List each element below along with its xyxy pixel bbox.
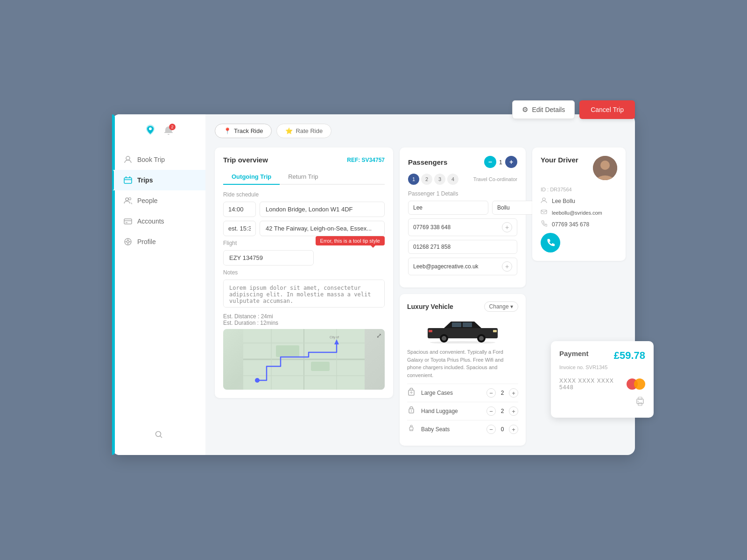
map-expand-icon[interactable]: ⤢	[376, 332, 382, 339]
sidebar-item-trips[interactable]: Trips	[112, 170, 205, 190]
pax-controls: − 1 +	[484, 156, 517, 168]
pax-email-input[interactable]	[413, 263, 502, 270]
flight-input[interactable]	[223, 250, 314, 266]
rate-ride-label: Rate Ride	[296, 127, 323, 134]
location-icon: 📍	[224, 127, 231, 134]
driver-email: leebollu@svrides.com	[552, 210, 602, 216]
pickup-location-input[interactable]	[260, 202, 385, 217]
map-container[interactable]: City of ⤢	[223, 329, 385, 390]
sidebar-item-people[interactable]: People	[112, 190, 205, 211]
driver-email-icon	[541, 209, 548, 217]
book-trip-icon	[123, 155, 133, 164]
svg-rect-28	[311, 362, 330, 371]
rate-ride-tab[interactable]: ⭐ Rate Ride	[276, 124, 331, 138]
mc-orange-circle	[634, 378, 645, 390]
svg-rect-27	[276, 345, 299, 357]
pax-tab-1[interactable]: 1	[408, 174, 419, 185]
large-cases-increment[interactable]: +	[509, 388, 518, 398]
pax-role-label: Travel Co-ordinator	[473, 176, 517, 182]
payment-header: Payment £59.78	[559, 350, 645, 362]
payment-invoice: Invoice no. SVR1345	[559, 364, 645, 370]
svg-point-8	[129, 198, 131, 200]
large-cases-decrement[interactable]: −	[486, 388, 496, 398]
cancel-trip-button[interactable]: Cancel Trip	[579, 100, 635, 119]
pax-email-row: +	[408, 258, 517, 275]
pax-tab-3[interactable]: 3	[434, 174, 445, 185]
vehicle-description: Spacious and convenient. Typically a For…	[407, 348, 518, 379]
pax-tab-2[interactable]: 2	[421, 174, 432, 185]
sidebar-item-profile[interactable]: Profile	[112, 231, 205, 252]
notification-icon[interactable]: 2	[163, 126, 174, 139]
outgoing-trip-tab[interactable]: Outgoing Trip	[223, 169, 280, 185]
payment-title: Payment	[559, 350, 589, 357]
map-placeholder: City of ⤢	[223, 329, 385, 390]
top-actions: ⚙ Edit Details Cancel Trip	[512, 100, 635, 119]
svg-point-7	[126, 198, 128, 201]
trip-card-title: Trip overview	[223, 156, 268, 164]
main-card: 2 Book Trip	[112, 114, 635, 455]
app-logo-icon	[144, 124, 157, 140]
distance-label: Est. Distance : 24mi	[223, 313, 385, 320]
large-cases-count: 2	[499, 390, 506, 396]
svg-point-38	[442, 336, 446, 341]
svg-point-0	[149, 127, 152, 130]
pax-name-row	[408, 201, 517, 215]
driver-avatar	[593, 156, 617, 180]
pickup-row	[223, 202, 385, 217]
trip-overview-card: Trip overview REF: SV34757 Outgoing Trip…	[215, 147, 393, 398]
pax-phone2-input[interactable]	[408, 240, 517, 254]
trip-ref: REF: SV34757	[347, 157, 385, 163]
driver-phone-row: 07769 345 678	[541, 220, 617, 228]
hand-luggage-label: Hand Luggage	[421, 408, 458, 414]
svg-rect-9	[124, 219, 132, 224]
change-vehicle-button[interactable]: Change ▾	[484, 301, 518, 312]
driver-name: Lee Bollu	[552, 198, 575, 204]
hand-luggage-increment[interactable]: +	[509, 406, 518, 416]
pax-first-name-input[interactable]	[408, 201, 488, 215]
star-icon: ⭐	[285, 127, 293, 134]
vehicle-header: Luxury Vehicle Change ▾	[407, 301, 518, 312]
driver-id: ID : DR37564	[541, 187, 617, 192]
large-cases-label: Large Cases	[421, 390, 453, 396]
svg-point-56	[638, 401, 639, 402]
track-ride-tab[interactable]: 📍 Track Ride	[215, 124, 272, 138]
svg-rect-32	[428, 328, 498, 338]
pax-increment-button[interactable]: +	[505, 156, 517, 168]
driver-email-row: leebollu@svrides.com	[541, 209, 617, 217]
sidebar-item-accounts[interactable]: Accounts	[112, 211, 205, 231]
hand-luggage-controls: − 2 +	[486, 406, 518, 416]
baby-seats-increment[interactable]: +	[509, 425, 518, 434]
search-button[interactable]	[143, 426, 174, 446]
call-driver-button[interactable]	[541, 233, 560, 252]
baby-seats-decrement[interactable]: −	[486, 425, 496, 434]
change-vehicle-label: Change	[489, 303, 509, 310]
payment-card: Payment £59.78 Invoice no. SVR1345 XXXX …	[551, 341, 654, 418]
passengers-title: Passengers	[408, 158, 447, 166]
pax-phone1-input[interactable]	[413, 224, 502, 231]
trips-icon	[123, 175, 133, 185]
sidebar: 2 Book Trip	[112, 114, 205, 455]
edit-details-button[interactable]: ⚙ Edit Details	[512, 100, 575, 119]
trip-ref-label: REF:	[347, 157, 360, 163]
pax-tab-4[interactable]: 4	[447, 174, 458, 185]
cancel-trip-label: Cancel Trip	[591, 106, 624, 113]
sidebar-item-book-trip[interactable]: Book Trip	[112, 149, 205, 170]
pax-decrement-button[interactable]: −	[484, 156, 496, 168]
dropoff-time-input[interactable]	[223, 221, 256, 236]
left-column: Trip overview REF: SV34757 Outgoing Trip…	[215, 147, 393, 446]
hand-luggage-decrement[interactable]: −	[486, 406, 496, 416]
sidebar-label-accounts: Accounts	[137, 217, 164, 225]
return-trip-tab[interactable]: Return Trip	[280, 169, 326, 184]
hand-luggage-count: 2	[499, 408, 506, 414]
pickup-time-input[interactable]	[223, 202, 256, 217]
pax-email-add-button[interactable]: +	[502, 261, 512, 272]
print-button[interactable]	[635, 396, 645, 409]
pax-phone1-add-button[interactable]: +	[502, 222, 512, 232]
distance-info: Est. Distance : 24mi Est. Duration : 12m…	[223, 313, 385, 326]
baby-seats-controls: − 0 +	[486, 425, 518, 434]
map-svg: City of	[223, 329, 385, 390]
gear-icon: ⚙	[522, 105, 528, 114]
dropoff-location-input[interactable]	[260, 221, 385, 236]
baby-seats-count: 0	[499, 426, 506, 433]
notes-textarea[interactable]: Lorem ipsum dolor sit amet, consectetur …	[223, 280, 385, 308]
